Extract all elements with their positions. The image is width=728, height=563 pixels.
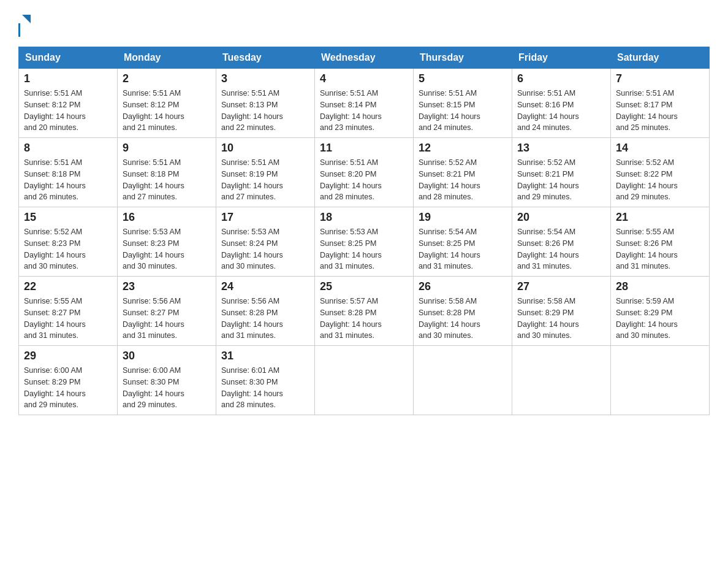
calendar-cell: 5Sunrise: 5:51 AMSunset: 8:15 PMDaylight… (414, 69, 512, 138)
day-number: 14 (616, 142, 704, 155)
day-info: Sunrise: 5:57 AMSunset: 8:28 PMDaylight:… (320, 296, 408, 342)
day-info: Sunrise: 5:51 AMSunset: 8:19 PMDaylight:… (221, 157, 309, 203)
svg-marker-0 (22, 15, 31, 23)
day-info: Sunrise: 5:58 AMSunset: 8:28 PMDaylight:… (419, 296, 507, 342)
calendar-cell: 9Sunrise: 5:51 AMSunset: 8:18 PMDaylight… (118, 138, 216, 207)
col-header-wednesday: Wednesday (315, 47, 414, 69)
day-info: Sunrise: 5:51 AMSunset: 8:15 PMDaylight:… (419, 88, 507, 134)
calendar-cell: 11Sunrise: 5:51 AMSunset: 8:20 PMDayligh… (315, 138, 414, 207)
day-number: 27 (517, 280, 605, 293)
calendar-week-row: 15Sunrise: 5:52 AMSunset: 8:23 PMDayligh… (19, 207, 710, 277)
day-number: 26 (419, 280, 507, 293)
day-info: Sunrise: 5:58 AMSunset: 8:29 PMDaylight:… (517, 296, 605, 342)
logo (18, 12, 33, 37)
col-header-monday: Monday (118, 47, 216, 69)
day-number: 21 (616, 211, 704, 224)
calendar-cell: 14Sunrise: 5:52 AMSunset: 8:22 PMDayligh… (611, 138, 710, 207)
day-number: 3 (221, 72, 309, 85)
calendar-cell: 3Sunrise: 5:51 AMSunset: 8:13 PMDaylight… (216, 69, 315, 138)
calendar-cell: 29Sunrise: 6:00 AMSunset: 8:29 PMDayligh… (19, 346, 118, 415)
calendar-cell: 4Sunrise: 5:51 AMSunset: 8:14 PMDaylight… (315, 69, 414, 138)
calendar-cell (414, 346, 512, 415)
day-info: Sunrise: 6:00 AMSunset: 8:29 PMDaylight:… (24, 365, 112, 411)
page-header (18, 12, 710, 37)
calendar-cell: 16Sunrise: 5:53 AMSunset: 8:23 PMDayligh… (118, 207, 216, 277)
calendar-cell: 15Sunrise: 5:52 AMSunset: 8:23 PMDayligh… (19, 207, 118, 277)
calendar-table: Sunday Monday Tuesday Wednesday Thursday… (18, 47, 710, 415)
day-number: 24 (221, 280, 309, 293)
day-number: 25 (320, 280, 408, 293)
day-number: 15 (24, 211, 112, 224)
day-number: 5 (419, 72, 507, 85)
calendar-cell: 10Sunrise: 5:51 AMSunset: 8:19 PMDayligh… (216, 138, 315, 207)
calendar-cell: 25Sunrise: 5:57 AMSunset: 8:28 PMDayligh… (315, 277, 414, 346)
day-number: 9 (123, 142, 211, 155)
day-info: Sunrise: 5:54 AMSunset: 8:26 PMDaylight:… (517, 226, 605, 272)
day-info: Sunrise: 6:00 AMSunset: 8:30 PMDaylight:… (123, 365, 211, 411)
calendar-cell (611, 346, 710, 415)
day-number: 16 (123, 211, 211, 224)
day-number: 11 (320, 142, 408, 155)
calendar-cell: 19Sunrise: 5:54 AMSunset: 8:25 PMDayligh… (414, 207, 512, 277)
day-info: Sunrise: 5:51 AMSunset: 8:12 PMDaylight:… (123, 88, 211, 134)
day-number: 10 (221, 142, 309, 155)
day-number: 4 (320, 72, 408, 85)
day-number: 7 (616, 72, 704, 85)
calendar-week-row: 1Sunrise: 5:51 AMSunset: 8:12 PMDaylight… (19, 69, 710, 138)
day-info: Sunrise: 5:51 AMSunset: 8:18 PMDaylight:… (24, 157, 112, 203)
day-number: 31 (221, 350, 309, 362)
day-info: Sunrise: 6:01 AMSunset: 8:30 PMDaylight:… (221, 365, 309, 411)
day-number: 23 (123, 280, 211, 293)
calendar-cell: 31Sunrise: 6:01 AMSunset: 8:30 PMDayligh… (216, 346, 315, 415)
calendar-cell (315, 346, 414, 415)
calendar-cell: 6Sunrise: 5:51 AMSunset: 8:16 PMDaylight… (512, 69, 611, 138)
day-info: Sunrise: 5:51 AMSunset: 8:13 PMDaylight:… (221, 88, 309, 134)
calendar-cell: 7Sunrise: 5:51 AMSunset: 8:17 PMDaylight… (611, 69, 710, 138)
day-info: Sunrise: 5:51 AMSunset: 8:18 PMDaylight:… (123, 157, 211, 203)
day-info: Sunrise: 5:52 AMSunset: 8:21 PMDaylight:… (517, 157, 605, 203)
calendar-header-row: Sunday Monday Tuesday Wednesday Thursday… (19, 47, 710, 69)
day-number: 8 (24, 142, 112, 155)
calendar-cell: 23Sunrise: 5:56 AMSunset: 8:27 PMDayligh… (118, 277, 216, 346)
calendar-cell: 30Sunrise: 6:00 AMSunset: 8:30 PMDayligh… (118, 346, 216, 415)
calendar-cell: 28Sunrise: 5:59 AMSunset: 8:29 PMDayligh… (611, 277, 710, 346)
day-number: 12 (419, 142, 507, 155)
day-number: 20 (517, 211, 605, 224)
day-info: Sunrise: 5:52 AMSunset: 8:23 PMDaylight:… (24, 226, 112, 272)
calendar-week-row: 8Sunrise: 5:51 AMSunset: 8:18 PMDaylight… (19, 138, 710, 207)
day-info: Sunrise: 5:59 AMSunset: 8:29 PMDaylight:… (616, 296, 704, 342)
day-info: Sunrise: 5:51 AMSunset: 8:17 PMDaylight:… (616, 88, 704, 134)
day-info: Sunrise: 5:51 AMSunset: 8:12 PMDaylight:… (24, 88, 112, 134)
day-info: Sunrise: 5:56 AMSunset: 8:27 PMDaylight:… (123, 296, 211, 342)
day-number: 22 (24, 280, 112, 293)
day-number: 17 (221, 211, 309, 224)
calendar-cell: 20Sunrise: 5:54 AMSunset: 8:26 PMDayligh… (512, 207, 611, 277)
calendar-week-row: 29Sunrise: 6:00 AMSunset: 8:29 PMDayligh… (19, 346, 710, 415)
day-number: 13 (517, 142, 605, 155)
day-number: 1 (24, 72, 112, 85)
day-info: Sunrise: 5:53 AMSunset: 8:24 PMDaylight:… (221, 226, 309, 272)
calendar-cell: 26Sunrise: 5:58 AMSunset: 8:28 PMDayligh… (414, 277, 512, 346)
col-header-saturday: Saturday (611, 47, 710, 69)
day-number: 2 (123, 72, 211, 85)
calendar-cell: 1Sunrise: 5:51 AMSunset: 8:12 PMDaylight… (19, 69, 118, 138)
day-number: 29 (24, 350, 112, 362)
calendar-cell: 24Sunrise: 5:56 AMSunset: 8:28 PMDayligh… (216, 277, 315, 346)
day-info: Sunrise: 5:55 AMSunset: 8:26 PMDaylight:… (616, 226, 704, 272)
day-info: Sunrise: 5:53 AMSunset: 8:23 PMDaylight:… (123, 226, 211, 272)
col-header-sunday: Sunday (19, 47, 118, 69)
day-info: Sunrise: 5:52 AMSunset: 8:21 PMDaylight:… (419, 157, 507, 203)
calendar-cell (512, 346, 611, 415)
calendar-cell: 21Sunrise: 5:55 AMSunset: 8:26 PMDayligh… (611, 207, 710, 277)
day-info: Sunrise: 5:53 AMSunset: 8:25 PMDaylight:… (320, 226, 408, 272)
calendar-cell: 27Sunrise: 5:58 AMSunset: 8:29 PMDayligh… (512, 277, 611, 346)
col-header-tuesday: Tuesday (216, 47, 315, 69)
day-info: Sunrise: 5:52 AMSunset: 8:22 PMDaylight:… (616, 157, 704, 203)
day-info: Sunrise: 5:54 AMSunset: 8:25 PMDaylight:… (419, 226, 507, 272)
calendar-cell: 8Sunrise: 5:51 AMSunset: 8:18 PMDaylight… (19, 138, 118, 207)
col-header-friday: Friday (512, 47, 611, 69)
day-number: 19 (419, 211, 507, 224)
day-info: Sunrise: 5:56 AMSunset: 8:28 PMDaylight:… (221, 296, 309, 342)
calendar-cell: 18Sunrise: 5:53 AMSunset: 8:25 PMDayligh… (315, 207, 414, 277)
col-header-thursday: Thursday (414, 47, 512, 69)
